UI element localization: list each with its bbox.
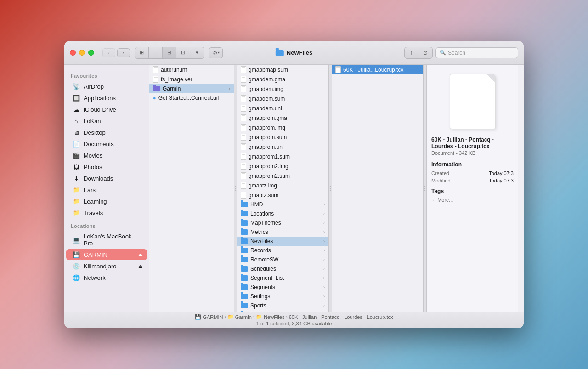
chevron-right-icon: › [323,276,325,280]
chevron-down-icon: ▾ [196,50,198,56]
sidebar-item-label: Learning [84,198,107,205]
list-item[interactable]: Segments› [237,283,328,292]
breadcrumb-sep: › [253,314,254,319]
sidebar-item-label: LoKan [84,118,101,125]
sidebar-item-network[interactable]: 🌐 Network [66,272,147,283]
list-item[interactable]: 60K - Juilla...Loucrup.tcx [332,65,423,74]
list-item[interactable]: ● Get Started...Connect.url [149,93,234,102]
sidebar-item-documents[interactable]: 📄 Documents [66,138,147,149]
file-label: Records [250,247,271,254]
window-title-area: NewFiles [276,49,312,56]
breadcrumb-sep: › [224,314,226,319]
column-icon: ⊟ [167,50,171,56]
sidebar-item-label: Downloads [84,175,113,182]
list-item[interactable]: Metrics› [237,227,328,237]
file-label: fs_image.ver [161,76,192,83]
view-grid-button[interactable]: ⊞ [135,47,149,58]
folder-icon [241,211,248,216]
list-item[interactable]: gmapdem.sum [237,94,328,103]
sidebar-item-label: Kilimandjaro [84,263,117,270]
list-item[interactable]: Schedules› [237,264,328,273]
sidebar-item-garmin[interactable]: 💾 GARMIN ⏏ [66,249,147,260]
list-item[interactable]: Settings› [237,292,328,301]
list-item-garmin[interactable]: Garmin › [149,84,234,93]
list-item[interactable]: gmapbmap.sum [237,65,328,74]
sidebar-item-travels[interactable]: 📁 Travels [66,207,147,218]
sidebar-item-downloads[interactable]: ⬇ Downloads [66,173,147,184]
sidebar-item-label: LoKan's MacBook Pro [84,233,142,247]
sidebar-item-photos[interactable]: 🖼 Photos [66,161,147,172]
sidebar-item-airdrop[interactable]: 📡 AirDrop [66,81,147,92]
gear-button[interactable]: ⚙ ▾ [209,47,223,58]
maximize-button[interactable] [88,50,94,56]
list-item[interactable]: gmapprom.gma [237,113,328,123]
list-item[interactable]: gmaptz.sum [237,190,328,200]
sidebar-item-desktop[interactable]: 🖥 Desktop [66,127,147,138]
list-item[interactable]: gmapprom.sum [237,132,328,142]
file-label: gmapprom.unl [249,144,284,150]
sidebar-item-lokan[interactable]: ⌂ LoKan [66,115,147,126]
minimize-button[interactable] [79,50,85,56]
doc-icon [241,134,246,141]
sidebar-item-icloud[interactable]: ☁ iCloud Drive [66,104,147,115]
window-title: NewFiles [287,49,312,56]
list-item[interactable]: gmapdem.gma [237,74,328,84]
preview-tags-section: Tags ··· More... [431,188,514,203]
list-item[interactable]: Records› [237,246,328,255]
list-item[interactable]: gmapprom2.img [237,161,328,171]
breadcrumb-drive-icon: 💾 [195,314,201,320]
farsi-icon: 📁 [73,186,80,193]
list-item[interactable]: fs_image.ver [149,74,234,84]
sidebar-item-kilimandjaro[interactable]: 💿 Kilimandjaro ⏏ [66,261,147,272]
list-item[interactable]: NewFiles› [237,237,328,246]
view-gallery-button[interactable]: ⊡ [176,47,190,58]
eject-kilimandjaro-icon[interactable]: ⏏ [138,264,142,269]
list-item[interactable]: gmapprom.unl [237,142,328,152]
chevron-right-icon: › [323,202,325,207]
view-column-button[interactable]: ⊟ [163,47,176,58]
list-item[interactable]: gmapprom.img [237,123,328,132]
list-item[interactable]: RemoteSW› [237,255,328,264]
forward-button[interactable]: › [117,48,130,57]
gallery-icon: ⊡ [181,50,185,56]
tag-button[interactable]: ⊙ [418,47,432,58]
eject-icon[interactable]: ⏏ [138,252,142,257]
folder-icon [241,284,248,290]
folder-icon [241,266,248,272]
doc-icon [241,66,246,73]
more-button[interactable]: ··· More... [431,197,514,203]
list-item[interactable]: Segment_List› [237,273,328,283]
list-item[interactable]: gmapdem.img [237,84,328,94]
view-list-button[interactable]: ≡ [149,47,163,58]
list-item[interactable]: Sports› [237,301,328,310]
close-button[interactable] [70,50,76,56]
grid-icon: ⊞ [140,50,144,56]
chevron-right-icon: › [323,267,325,271]
doc-icon [241,95,246,102]
file-label: gmapdem.unl [249,105,282,112]
list-item[interactable]: Locations› [237,209,328,218]
back-button[interactable]: ‹ [102,48,115,57]
sidebar-item-farsi[interactable]: 📁 Farsi [66,184,147,195]
sidebar-item-movies[interactable]: 🎬 Movies [66,150,147,161]
modified-value: Today 07:3 [489,178,514,183]
sidebar-item-macbook[interactable]: 💻 LoKan's MacBook Pro [66,231,147,249]
list-item[interactable]: gmapdem.unl [237,103,328,113]
doc-icon [241,143,246,150]
list-item[interactable]: gmapprom1.sum [237,152,328,161]
list-item[interactable]: gmapprom2.sum [237,171,328,181]
share-button[interactable]: ↑ [405,47,418,58]
list-item[interactable]: gmaptz.img [237,181,328,190]
list-item[interactable]: MapThemes› [237,218,328,227]
list-item[interactable]: HMD› [237,200,328,209]
search-bar[interactable]: 🔍 Search [435,47,518,58]
sidebar-item-applications[interactable]: 🔲 Applications [66,92,147,103]
sidebar-item-label: Network [84,274,106,281]
doc-icon [153,76,158,83]
doc-icon [241,182,246,189]
file-label: Garmin [163,85,181,92]
view-chevron-button[interactable]: ▾ [190,47,204,58]
folder-icon [241,248,248,253]
sidebar-item-learning[interactable]: 📁 Learning [66,196,147,207]
list-item[interactable]: autorun.inf [149,65,234,74]
